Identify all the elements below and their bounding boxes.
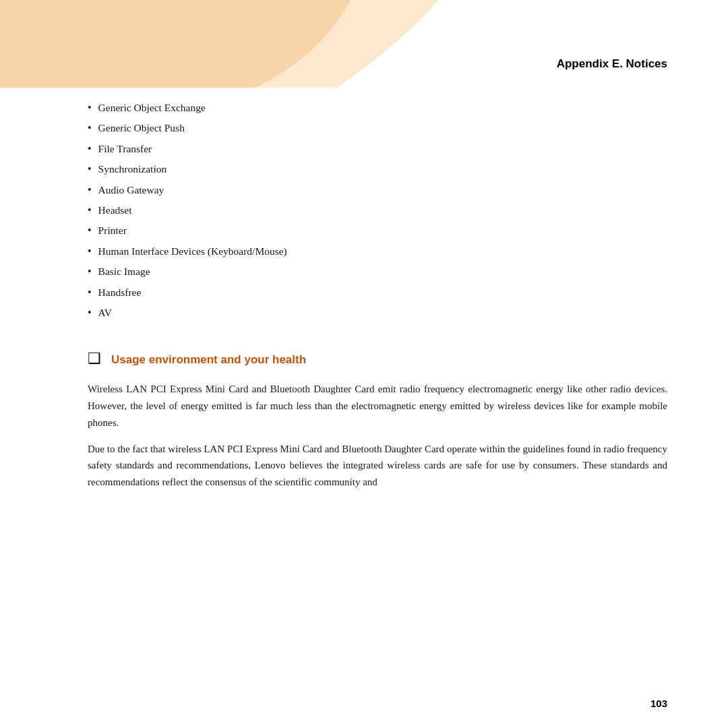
section-heading-container: ❑ Usage environment and your health — [88, 350, 667, 367]
list-item: Generic Object Push — [88, 118, 667, 138]
list-item: Generic Object Exchange — [88, 98, 667, 118]
body-paragraph-0: Wireless LAN PCI Express Mini Card and B… — [88, 381, 667, 431]
list-item: AV — [88, 303, 667, 323]
list-item: Headset — [88, 200, 667, 220]
page-header: Appendix E. Notices — [0, 0, 728, 71]
list-item: Handsfree — [88, 282, 667, 303]
body-paragraphs: Wireless LAN PCI Express Mini Card and B… — [88, 381, 667, 491]
list-item: File Transfer — [88, 139, 667, 159]
list-item: Audio Gateway — [88, 180, 667, 200]
page-number: 103 — [650, 698, 667, 709]
section-heading: Usage environment and your health — [111, 353, 306, 367]
list-item: Printer — [88, 220, 667, 241]
body-paragraph-1: Due to the fact that wireless LAN PCI Ex… — [88, 441, 667, 491]
page-title: Appendix E. Notices — [557, 57, 667, 71]
list-item: Synchronization — [88, 159, 667, 179]
section-icon: ❑ — [88, 350, 101, 367]
main-content: Generic Object ExchangeGeneric Object Pu… — [88, 98, 667, 688]
list-item: Basic Image — [88, 262, 667, 282]
list-item: Human Interface Devices (Keyboard/Mouse) — [88, 241, 667, 262]
bullet-list: Generic Object ExchangeGeneric Object Pu… — [88, 98, 667, 323]
